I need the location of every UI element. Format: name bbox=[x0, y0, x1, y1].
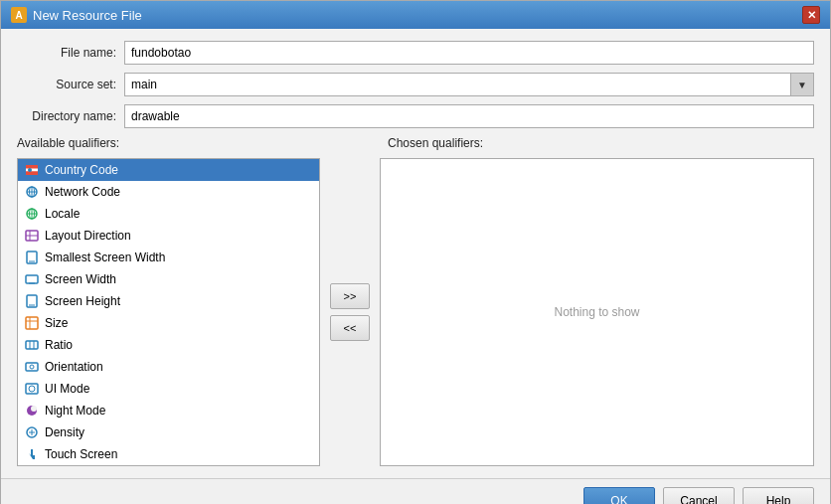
directory-name-row: Directory name: bbox=[17, 104, 814, 128]
list-item-label: Screen Width bbox=[45, 272, 116, 286]
svg-rect-18 bbox=[26, 275, 38, 283]
file-name-input[interactable] bbox=[124, 41, 814, 65]
size-icon bbox=[24, 315, 40, 331]
file-name-row: File name: bbox=[17, 41, 814, 65]
qualifiers-panels: Country Code Network Code bbox=[17, 158, 814, 466]
arrows-panel: >> << bbox=[320, 158, 380, 466]
list-item-label: Country Code bbox=[45, 163, 118, 177]
smallest-screen-icon bbox=[24, 250, 40, 265]
available-qualifiers-label: Available qualifiers: bbox=[17, 136, 320, 150]
layout-icon bbox=[24, 228, 40, 244]
list-item-label: Night Mode bbox=[45, 404, 105, 418]
source-set-label: Source set: bbox=[17, 78, 116, 91]
ok-button[interactable]: OK bbox=[583, 487, 655, 504]
svg-point-4 bbox=[28, 168, 32, 172]
list-item[interactable]: Layout Direction bbox=[18, 225, 319, 247]
svg-rect-28 bbox=[26, 363, 38, 371]
list-item-label: Orientation bbox=[45, 360, 103, 374]
list-item-label: Density bbox=[45, 425, 84, 439]
source-set-wrapper: main ▼ bbox=[124, 73, 814, 96]
list-item[interactable]: Ratio bbox=[18, 334, 319, 356]
available-list[interactable]: Country Code Network Code bbox=[17, 158, 320, 466]
remove-qualifier-button[interactable]: << bbox=[330, 315, 370, 341]
cancel-button[interactable]: Cancel bbox=[663, 487, 735, 504]
list-item-label: Layout Direction bbox=[45, 229, 131, 243]
dialog-title: New Resource File bbox=[33, 8, 142, 23]
svg-point-31 bbox=[29, 386, 35, 392]
list-item[interactable]: Orientation bbox=[18, 356, 319, 378]
chosen-panel: Nothing to show bbox=[380, 158, 814, 466]
network-icon bbox=[24, 184, 40, 200]
title-bar-left: A New Resource File bbox=[11, 7, 142, 23]
list-item-label: UI Mode bbox=[45, 382, 89, 396]
nothing-to-show-text: Nothing to show bbox=[554, 305, 639, 319]
list-item[interactable]: Screen Width bbox=[18, 268, 319, 290]
close-button[interactable]: ✕ bbox=[802, 6, 820, 24]
new-resource-file-dialog: A New Resource File ✕ File name: Source … bbox=[0, 0, 831, 504]
list-item-label: Network Code bbox=[45, 185, 120, 199]
touch-screen-icon bbox=[24, 446, 40, 462]
svg-rect-1 bbox=[26, 165, 38, 169]
list-item[interactable]: Smallest Screen Width bbox=[18, 247, 319, 268]
qualifiers-labels-row: Available qualifiers: Chosen qualifiers: bbox=[17, 136, 814, 154]
list-item-label: Screen Height bbox=[45, 294, 120, 308]
dialog-body: File name: Source set: main ▼ Directory … bbox=[1, 29, 830, 478]
help-button[interactable]: Help bbox=[743, 487, 814, 504]
chosen-qualifiers-label: Chosen qualifiers: bbox=[388, 136, 814, 150]
flag-icon bbox=[24, 162, 40, 178]
available-panel: Country Code Network Code bbox=[17, 158, 320, 466]
qualifiers-section: Available qualifiers: Chosen qualifiers:… bbox=[17, 136, 814, 466]
list-item[interactable]: Locale bbox=[18, 203, 319, 225]
svg-point-29 bbox=[30, 365, 34, 369]
list-item-label: Size bbox=[45, 316, 68, 330]
svg-rect-3 bbox=[26, 172, 38, 176]
list-item[interactable]: Country Code bbox=[18, 159, 319, 181]
list-item-label: Smallest Screen Width bbox=[45, 251, 165, 264]
app-icon: A bbox=[11, 7, 27, 23]
list-item-label: Locale bbox=[45, 207, 80, 221]
directory-name-input[interactable] bbox=[124, 104, 814, 128]
dialog-footer: OK Cancel Help bbox=[1, 478, 830, 504]
source-set-row: Source set: main ▼ bbox=[17, 73, 814, 96]
density-icon bbox=[24, 424, 40, 440]
title-bar: A New Resource File ✕ bbox=[1, 1, 830, 29]
file-name-label: File name: bbox=[17, 46, 116, 60]
list-item-label: Touch Screen bbox=[45, 447, 117, 461]
list-item[interactable]: Screen Height bbox=[18, 290, 319, 312]
night-mode-icon bbox=[24, 403, 40, 419]
list-item[interactable]: Size bbox=[18, 312, 319, 334]
svg-rect-25 bbox=[26, 341, 38, 349]
list-item[interactable]: Network Code bbox=[18, 181, 319, 203]
directory-name-label: Directory name: bbox=[17, 109, 116, 123]
svg-point-33 bbox=[31, 406, 37, 412]
list-item[interactable]: UI Mode bbox=[18, 378, 319, 400]
locale-icon bbox=[24, 206, 40, 222]
screen-height-icon bbox=[24, 293, 40, 309]
ui-mode-icon bbox=[24, 381, 40, 397]
list-item[interactable]: Touch Screen bbox=[18, 443, 319, 465]
add-qualifier-button[interactable]: >> bbox=[330, 283, 370, 309]
svg-rect-22 bbox=[26, 317, 38, 329]
list-item[interactable]: Density bbox=[18, 421, 319, 443]
orientation-icon bbox=[24, 359, 40, 375]
list-item[interactable]: Night Mode bbox=[18, 400, 319, 421]
list-item-label: Ratio bbox=[45, 338, 73, 352]
source-set-select[interactable]: main bbox=[124, 73, 814, 96]
chosen-list: Nothing to show bbox=[380, 158, 814, 466]
screen-width-icon bbox=[24, 271, 40, 287]
ratio-icon bbox=[24, 337, 40, 353]
